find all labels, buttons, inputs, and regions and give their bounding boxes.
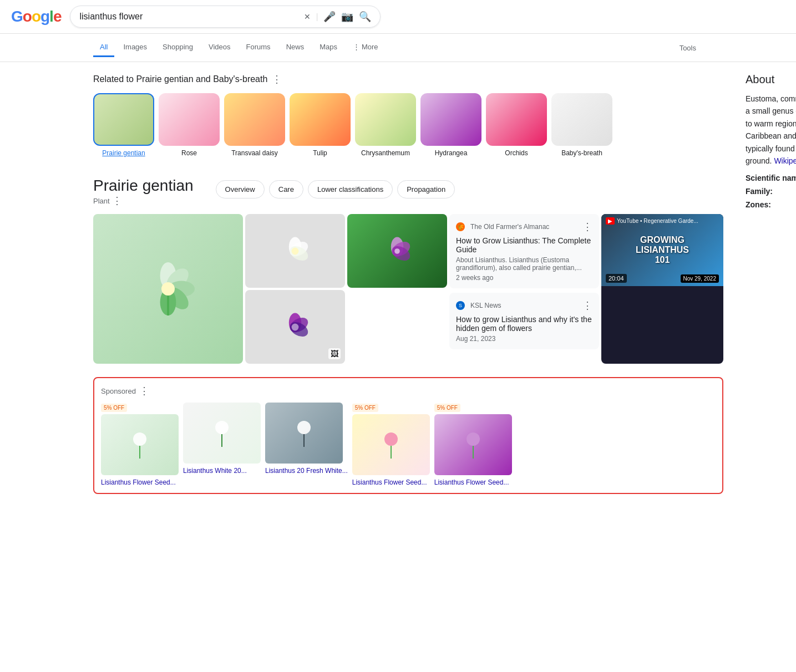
article-menu-ksl[interactable]: ⋮ xyxy=(582,299,592,312)
entity-title-block: Prairie gentian Plant ⋮ xyxy=(93,177,194,207)
chip-label-chrysanthemum: Chrysanthemum xyxy=(361,149,410,157)
article-card-almanac[interactable]: 🌾 The Old Farmer's Almanac ⋮ How to Grow… xyxy=(449,214,599,288)
chip-label-rose: Rose xyxy=(181,149,197,157)
tab-all[interactable]: All xyxy=(93,38,114,57)
divider: | xyxy=(316,12,318,21)
sponsored-card-5[interactable]: 5% OFF Lisianthus Flower Seed... xyxy=(434,403,512,486)
sponsored-menu-icon[interactable]: ⋮ xyxy=(139,385,149,397)
video-thumbnail: ▶ YouTube • Regenerative Garde... GROWIN… xyxy=(601,214,723,286)
related-chips: Prairie gentian Rose Transvaal daisy Tul… xyxy=(93,93,723,161)
fact-label-zones: Zones: xyxy=(746,200,796,209)
chip-image-hydrangea xyxy=(420,93,481,146)
svg-point-21 xyxy=(215,421,229,434)
tab-news[interactable]: News xyxy=(280,38,311,57)
voice-icon[interactable]: 🎤 xyxy=(323,11,336,23)
fact-label-family: Family: xyxy=(746,187,796,196)
svg-point-25 xyxy=(384,432,398,446)
chip-label-prairie-gentian: Prairie gentian xyxy=(102,149,145,157)
main-column: Related to Prairie gentian and Baby's-br… xyxy=(93,73,723,494)
sponsored-img-3 xyxy=(265,403,343,464)
secondary-image-2[interactable]: 🖼 xyxy=(245,290,345,364)
sponsored-img-2 xyxy=(183,403,261,464)
search-icon[interactable]: 🔍 xyxy=(359,11,371,23)
video-duration: 20:04 xyxy=(606,274,627,283)
chip-image-chrysanthemum xyxy=(355,93,416,146)
chip-babys-breath[interactable]: Baby's-breath xyxy=(551,93,612,157)
sponsored-card-1[interactable]: 5% OFF Lisianthus Flower Seed... xyxy=(101,403,179,486)
entity-tab-care[interactable]: Care xyxy=(269,180,303,198)
svg-point-14 xyxy=(292,323,299,330)
chip-image-rose xyxy=(159,93,220,146)
tab-videos[interactable]: Videos xyxy=(202,38,237,57)
chip-image-orchids xyxy=(486,93,547,146)
sponsored-img-4 xyxy=(352,414,430,475)
search-input[interactable] xyxy=(79,12,298,22)
tab-images[interactable]: Images xyxy=(116,38,154,57)
main-content: Related to Prairie gentian and Baby's-br… xyxy=(0,62,796,505)
article-menu-almanac[interactable]: ⋮ xyxy=(582,221,592,233)
tab-maps[interactable]: Maps xyxy=(313,38,344,57)
chip-image-transvaal xyxy=(224,93,285,146)
secondary-images-2 xyxy=(347,214,447,364)
svg-point-5 xyxy=(161,282,175,296)
entity-section: Prairie gentian Plant ⋮ Overview Care Lo… xyxy=(93,177,723,494)
video-card[interactable]: ▶ YouTube • Regenerative Garde... GROWIN… xyxy=(601,214,723,364)
sponsored-title-2: Lisianthus White 20... xyxy=(183,467,261,475)
chip-transvaal-daisy[interactable]: Transvaal daisy xyxy=(224,93,285,157)
camera-icon[interactable]: 📷 xyxy=(341,11,353,23)
fact-zones: Zones: Zones eight to 10 marthastewart.c… xyxy=(746,200,796,209)
entity-title: Prairie gentian xyxy=(93,177,194,195)
entity-tab-lower-classifications[interactable]: Lower classifications xyxy=(308,180,393,198)
chip-prairie-gentian[interactable]: Prairie gentian xyxy=(93,93,154,157)
sponsored-title-4: Lisianthus Flower Seed... xyxy=(352,478,430,486)
chip-label-orchids: Orchids xyxy=(505,149,528,157)
related-menu-icon[interactable]: ⋮ xyxy=(272,73,282,85)
chip-tulip[interactable]: Tulip xyxy=(290,93,351,157)
about-section: About Eustoma, commonly known as lisiant… xyxy=(746,73,796,209)
related-header: Related to Prairie gentian and Baby's-br… xyxy=(93,73,723,85)
related-title: Related to Prairie gentian and Baby's-br… xyxy=(93,74,267,84)
sponsored-title-3: Lisianthus 20 Fresh White... xyxy=(265,467,348,475)
chip-image-prairie-gentian xyxy=(93,93,154,146)
content-layout: Related to Prairie gentian and Baby's-br… xyxy=(93,73,703,494)
side-column: About Eustoma, commonly known as lisiant… xyxy=(746,73,796,494)
fact-label-scientific: Scientific name: xyxy=(746,174,796,182)
entity-menu-icon[interactable]: ⋮ xyxy=(112,195,122,207)
secondary-image-3[interactable] xyxy=(347,214,447,288)
main-flower-image[interactable] xyxy=(93,214,243,364)
tab-more[interactable]: ⋮ More xyxy=(346,38,385,57)
nav-tabs: All Images Shopping Videos Forums News M… xyxy=(0,34,796,62)
sponsored-card-2[interactable]: Lisianthus White 20... xyxy=(183,403,261,486)
sponsored-img-1 xyxy=(101,414,179,475)
tools-button[interactable]: Tools xyxy=(673,39,703,57)
sponsored-title-1: Lisianthus Flower Seed... xyxy=(101,478,179,486)
badge-1: 5% OFF xyxy=(101,404,127,412)
entity-tab-overview[interactable]: Overview xyxy=(216,180,265,198)
sponsored-card-4[interactable]: 5% OFF Lisianthus Flower Seed... xyxy=(352,403,430,486)
article-source-ksl: S KSL News ⋮ xyxy=(456,299,592,312)
article-card-ksl[interactable]: S KSL News ⋮ How to grow Lisianthus and … xyxy=(449,293,599,349)
entity-tab-propagation[interactable]: Propagation xyxy=(397,180,455,198)
chip-hydrangea[interactable]: Hydrangea xyxy=(420,93,481,157)
image-expand-icon[interactable]: 🖼 xyxy=(328,348,341,359)
header: Google ✕ | 🎤 📷 🔍 xyxy=(0,0,796,34)
wikipedia-link[interactable]: Wikipedia xyxy=(774,156,796,165)
chip-image-babys-breath xyxy=(551,93,612,146)
about-text: Eustoma, commonly known as lisianthus or… xyxy=(746,93,796,167)
sponsored-card-3[interactable]: Lisianthus 20 Fresh White... xyxy=(265,403,348,486)
clear-icon[interactable]: ✕ xyxy=(304,12,311,21)
secondary-image-1[interactable] xyxy=(245,214,345,288)
tab-forums[interactable]: Forums xyxy=(240,38,277,57)
article-cards: 🌾 The Old Farmer's Almanac ⋮ How to Grow… xyxy=(449,214,599,364)
sponsored-header: Sponsored ⋮ xyxy=(101,385,716,397)
chip-orchids[interactable]: Orchids xyxy=(486,93,547,157)
svg-point-23 xyxy=(297,421,311,434)
sponsored-img-5 xyxy=(434,414,512,475)
chip-label-hydrangea: Hydrangea xyxy=(435,149,468,157)
tab-shopping[interactable]: Shopping xyxy=(156,38,200,57)
chip-image-tulip xyxy=(290,93,351,146)
badge-5: 5% OFF xyxy=(434,404,460,412)
entity-tabs: Overview Care Lower classifications Prop… xyxy=(216,180,455,198)
chip-rose[interactable]: Rose xyxy=(159,93,220,157)
chip-chrysanthemum[interactable]: Chrysanthemum xyxy=(355,93,416,157)
